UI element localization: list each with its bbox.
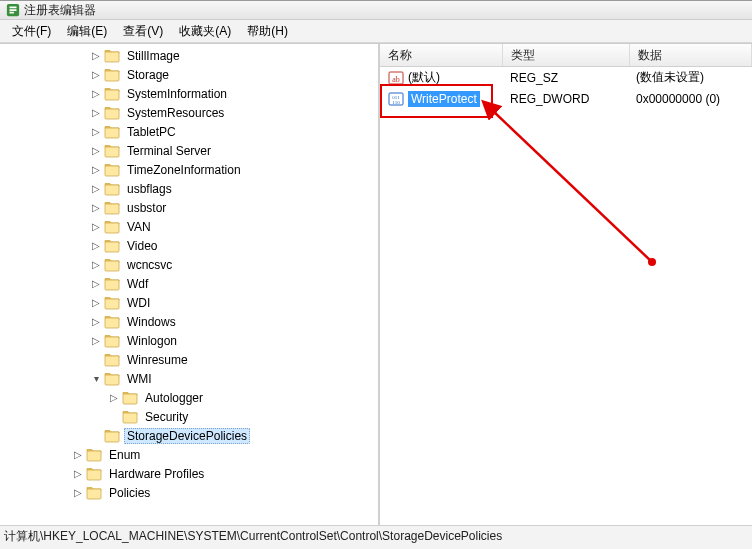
expand-toggle-icon[interactable]: ▷ <box>90 278 102 290</box>
tree-item-timezoneinformation[interactable]: ▷TimeZoneInformation <box>0 160 378 179</box>
expand-toggle-icon[interactable]: ▷ <box>90 316 102 328</box>
expand-toggle-icon: · <box>108 411 120 423</box>
table-row[interactable]: 011110WriteProtectREG_DWORD0x00000000 (0… <box>380 88 752 109</box>
tree-label: TabletPC <box>124 124 179 140</box>
expand-toggle-icon[interactable]: ▷ <box>90 50 102 62</box>
tree-item-systeminformation[interactable]: ▷SystemInformation <box>0 84 378 103</box>
tree-item-systemresources[interactable]: ▷SystemResources <box>0 103 378 122</box>
value-name: WriteProtect <box>408 91 480 107</box>
tree-label: StillImage <box>124 48 183 64</box>
value-name-cell: 011110WriteProtect <box>380 91 502 107</box>
tree-label: wcncsvc <box>124 257 175 273</box>
expand-toggle-icon: · <box>90 430 102 442</box>
tree-item-autologger[interactable]: ▷Autologger <box>0 388 378 407</box>
expand-toggle-icon: · <box>90 354 102 366</box>
regedit-icon <box>6 3 20 17</box>
svg-point-7 <box>648 258 656 266</box>
expand-toggle-icon[interactable]: ▷ <box>90 88 102 100</box>
tree-label: Policies <box>106 485 153 501</box>
tree-label: VAN <box>124 219 154 235</box>
table-row[interactable]: ab(默认)REG_SZ(数值未设置) <box>380 67 752 88</box>
expand-toggle-icon[interactable]: ▷ <box>72 468 84 480</box>
expand-toggle-icon[interactable]: ▷ <box>90 164 102 176</box>
tree-item-usbflags[interactable]: ▷usbflags <box>0 179 378 198</box>
tree-label: Terminal Server <box>124 143 214 159</box>
tree-item-usbstor[interactable]: ▷usbstor <box>0 198 378 217</box>
tree-item-windows[interactable]: ▷Windows <box>0 312 378 331</box>
value-type-cell: REG_DWORD <box>502 92 628 106</box>
column-header-name[interactable]: 名称 <box>380 44 503 66</box>
tree-item-security[interactable]: ·Security <box>0 407 378 426</box>
tree-label: WMI <box>124 371 155 387</box>
value-name: (默认) <box>408 69 440 86</box>
value-data-cell: 0x00000000 (0) <box>628 92 752 106</box>
svg-text:ab: ab <box>392 75 400 84</box>
expand-toggle-icon[interactable]: ▷ <box>90 240 102 252</box>
expand-toggle-icon[interactable]: ▷ <box>90 126 102 138</box>
tree-item-wcncsvc[interactable]: ▷wcncsvc <box>0 255 378 274</box>
tree-label: Autologger <box>142 390 206 406</box>
tree-item-video[interactable]: ▷Video <box>0 236 378 255</box>
tree-label: usbflags <box>124 181 175 197</box>
menu-file[interactable]: 文件(F) <box>4 21 59 42</box>
tree-label: Wdf <box>124 276 151 292</box>
svg-line-6 <box>492 110 652 262</box>
svg-text:110: 110 <box>392 100 400 105</box>
expand-toggle-icon[interactable]: ▷ <box>90 221 102 233</box>
expand-toggle-icon[interactable]: ▷ <box>108 392 120 404</box>
tree-item-tabletpc[interactable]: ▷TabletPC <box>0 122 378 141</box>
tree-label: Video <box>124 238 160 254</box>
tree-label: StorageDevicePolicies <box>124 428 250 444</box>
column-header-type[interactable]: 类型 <box>503 44 630 66</box>
tree-pane[interactable]: ▷StillImage▷Storage▷SystemInformation▷Sy… <box>0 44 380 525</box>
list-header: 名称 类型 数据 <box>380 44 752 67</box>
menu-edit[interactable]: 编辑(E) <box>59 21 115 42</box>
list-pane: 名称 类型 数据 ab(默认)REG_SZ(数值未设置)011110WriteP… <box>380 44 752 525</box>
menu-favorites[interactable]: 收藏夹(A) <box>171 21 239 42</box>
expand-toggle-icon[interactable]: ▷ <box>72 487 84 499</box>
tree-item-hardware-profiles[interactable]: ▷Hardware Profiles <box>0 464 378 483</box>
list-body[interactable]: ab(默认)REG_SZ(数值未设置)011110WriteProtectREG… <box>380 67 752 525</box>
tree-label: Winlogon <box>124 333 180 349</box>
tree-item-winresume[interactable]: ·Winresume <box>0 350 378 369</box>
window: 注册表编辑器 文件(F) 编辑(E) 查看(V) 收藏夹(A) 帮助(H) ▷S… <box>0 0 752 549</box>
menu-view[interactable]: 查看(V) <box>115 21 171 42</box>
registry-tree: ▷StillImage▷Storage▷SystemInformation▷Sy… <box>0 44 378 506</box>
tree-label: Winresume <box>124 352 191 368</box>
tree-label: usbstor <box>124 200 169 216</box>
tree-label: TimeZoneInformation <box>124 162 244 178</box>
window-title: 注册表编辑器 <box>24 2 96 19</box>
expand-toggle-icon[interactable]: ▷ <box>90 335 102 347</box>
value-name-cell: ab(默认) <box>380 69 502 86</box>
tree-item-enum[interactable]: ▷Enum <box>0 445 378 464</box>
expand-toggle-icon[interactable]: ▷ <box>90 202 102 214</box>
menubar: 文件(F) 编辑(E) 查看(V) 收藏夹(A) 帮助(H) <box>0 20 752 43</box>
tree-item-wmi[interactable]: ▾WMI <box>0 369 378 388</box>
value-data-cell: (数值未设置) <box>628 69 752 86</box>
expand-toggle-icon[interactable]: ▷ <box>90 297 102 309</box>
tree-item-storage[interactable]: ▷Storage <box>0 65 378 84</box>
expand-toggle-icon[interactable]: ▷ <box>90 145 102 157</box>
tree-label: Security <box>142 409 191 425</box>
tree-label: SystemInformation <box>124 86 230 102</box>
tree-item-wdi[interactable]: ▷WDI <box>0 293 378 312</box>
tree-item-van[interactable]: ▷VAN <box>0 217 378 236</box>
tree-label: Enum <box>106 447 143 463</box>
tree-item-winlogon[interactable]: ▷Winlogon <box>0 331 378 350</box>
tree-item-storagedevicepolicies[interactable]: ·StorageDevicePolicies <box>0 426 378 445</box>
tree-item-stillimage[interactable]: ▷StillImage <box>0 46 378 65</box>
expand-toggle-icon[interactable]: ▷ <box>90 107 102 119</box>
expand-toggle-icon[interactable]: ▷ <box>90 183 102 195</box>
tree-item-terminal-server[interactable]: ▷Terminal Server <box>0 141 378 160</box>
tree-item-policies[interactable]: ▷Policies <box>0 483 378 502</box>
column-header-data[interactable]: 数据 <box>630 44 752 66</box>
expand-toggle-icon[interactable]: ▾ <box>90 373 102 385</box>
tree-label: Hardware Profiles <box>106 466 207 482</box>
expand-toggle-icon[interactable]: ▷ <box>90 259 102 271</box>
menu-help[interactable]: 帮助(H) <box>239 21 296 42</box>
expand-toggle-icon[interactable]: ▷ <box>72 449 84 461</box>
expand-toggle-icon[interactable]: ▷ <box>90 69 102 81</box>
tree-label: WDI <box>124 295 153 311</box>
tree-label: Windows <box>124 314 179 330</box>
tree-item-wdf[interactable]: ▷Wdf <box>0 274 378 293</box>
